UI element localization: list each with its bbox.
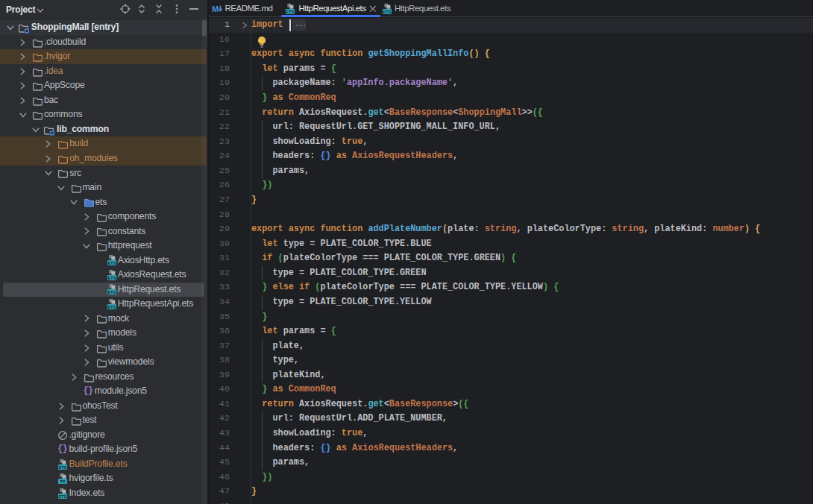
svg-text:TS: TS: [60, 479, 66, 484]
svg-text:ETS: ETS: [107, 305, 116, 309]
svg-text:ETS: ETS: [107, 261, 116, 265]
svg-text:ETS: ETS: [107, 290, 116, 294]
svg-text:ETS: ETS: [286, 10, 294, 14]
svg-text:M: M: [212, 4, 219, 13]
svg-text:ETS: ETS: [59, 494, 67, 498]
svg-text:ETS: ETS: [59, 464, 67, 469]
svg-text:ETS: ETS: [107, 275, 116, 280]
svg-text:ETS: ETS: [383, 10, 391, 14]
